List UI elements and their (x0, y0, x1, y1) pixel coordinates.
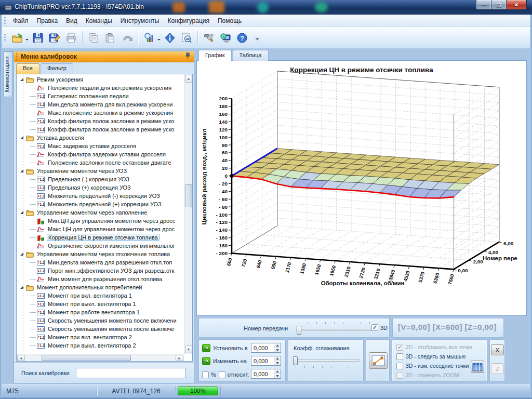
scroll-down-icon[interactable]: ▼ (185, 345, 192, 353)
tab-filter[interactable]: Фильтр (41, 63, 73, 74)
tree-horizontal-scrollbar[interactable]: ◄ ► (17, 354, 184, 361)
tree-item[interactable]: 1.2Мин.дельта момента для разрешения отк… (17, 258, 184, 267)
table-grid-button[interactable] (471, 361, 484, 373)
comments-side-tab[interactable]: Комментарии (3, 51, 13, 97)
spin-up-icon[interactable] (274, 343, 281, 348)
tree-item[interactable]: 1.2Коэфф.фильтра полож.заслонки в режиме… (17, 125, 184, 134)
scroll-right-icon[interactable]: ► (176, 355, 183, 361)
apply-set-button[interactable]: ➔ (202, 344, 210, 352)
close-button[interactable]: ✕ (507, 0, 527, 10)
x-axis-button[interactable]: X (491, 344, 504, 355)
tree-group[interactable]: Момент дополнительных потребителей (17, 283, 184, 291)
menu-item[interactable]: Инструменты (116, 16, 164, 26)
vertical-scroll-thumb[interactable] (185, 184, 192, 207)
spin-down-icon[interactable] (274, 361, 281, 366)
tab-all[interactable]: Все (16, 63, 39, 74)
tree-item[interactable]: 1.2Порог мин.эффективности УОЗ для разре… (17, 267, 184, 275)
open-button[interactable] (9, 30, 25, 46)
tree-item[interactable]: 1.2Скорость уменьшения момента после вык… (17, 325, 184, 333)
title-bar[interactable]: ChipTuningPRO ver.7.7.1.1193 - I574DA01.… (0, 0, 532, 15)
tree-item[interactable]: 1.2Скорость уменьшения момента после вкл… (17, 316, 184, 325)
scroll-left-icon[interactable]: ◄ (17, 355, 25, 361)
tree-item[interactable]: 1.2Предельная (-) коррекция УОЗ (17, 175, 184, 183)
option-2d-all-points[interactable]: ✓ 2D - отображать все точки (396, 343, 472, 351)
collapse-icon[interactable] (20, 252, 23, 256)
tree-group[interactable]: Управление моментом через УОЗ (17, 167, 184, 175)
properties-button[interactable] (162, 30, 178, 46)
scroll-up-icon[interactable]: ▲ (185, 75, 192, 83)
3d-checkbox[interactable]: ✓ 3D (371, 324, 388, 331)
relative-value-spinner[interactable]: 0,000 (251, 369, 281, 379)
apply-change-button[interactable]: ➔ (202, 357, 210, 365)
collapse-icon[interactable] (20, 78, 23, 81)
menu-item[interactable]: Правка (33, 16, 62, 26)
menu-item[interactable]: Помощь (214, 16, 246, 26)
set-value-spinner[interactable]: 0,000 (251, 343, 281, 353)
tree-item[interactable]: Макс.положение заслонки в режиме ускорен… (17, 109, 184, 117)
option-3d-follow-mouse[interactable]: 3D - следить за мышью (396, 352, 466, 361)
menu-item[interactable]: Команды (82, 16, 116, 26)
undo-button[interactable] (119, 30, 135, 46)
gear-slider[interactable] (296, 322, 375, 336)
tree-item[interactable]: Коэфф.фильтра задержки уставки дросселя (17, 150, 184, 158)
percent-checkbox[interactable]: % (202, 371, 216, 378)
slider-thumb[interactable] (297, 326, 301, 335)
tree-item[interactable]: 1.2Момент при вкл. вентилятора 2 (17, 333, 184, 341)
collapse-icon[interactable] (20, 286, 23, 289)
paste-button[interactable] (102, 30, 118, 46)
tree-group[interactable]: Уставка дросселя (17, 134, 184, 142)
spin-down-icon[interactable] (274, 348, 281, 353)
tree-item[interactable]: 1.2Гистерезис положения педали (17, 92, 184, 100)
menu-item[interactable]: Конфигурация (163, 16, 214, 26)
tree-item[interactable]: 1.2Момент при работе вентилятора 1 (17, 308, 184, 316)
slider-track[interactable] (292, 360, 360, 362)
pin-icon[interactable] (185, 52, 191, 61)
collapse-icon[interactable] (20, 169, 23, 172)
spin-up-icon[interactable] (274, 356, 281, 361)
tree-item[interactable]: 1.2Макс.задержка уставки дросселя (17, 142, 184, 150)
tree-group[interactable]: Управление моментом через наполнение (17, 208, 184, 217)
tree-item[interactable]: 1.2Момент при выкл. вентилятора 2 (17, 341, 184, 350)
surface-chart[interactable]: Коррекция ЦН в режиме отсечки топлива200… (197, 61, 526, 315)
tab-graph[interactable]: График (198, 50, 232, 61)
tree-item[interactable]: 1.2Коэфф.фильтра полож.заслонки в режиме… (17, 117, 184, 125)
web-update-button[interactable] (218, 30, 233, 46)
menu-item[interactable]: Вид (62, 16, 82, 26)
tree-item[interactable]: Положение заслонки после остановки двига… (17, 158, 184, 167)
tools-button[interactable] (201, 30, 217, 46)
tree-item[interactable]: Макс.ЦН для управления моментом через др… (17, 225, 184, 233)
tree-item[interactable]: Мин.момент для разрешения откл.топлива (17, 275, 184, 283)
tree-group[interactable]: Управление моментом через отключение топ… (17, 250, 184, 258)
tree-item[interactable]: 1.2Момент при вкл. вентилятора 1 (17, 291, 184, 300)
spin-up-icon[interactable] (274, 369, 281, 374)
collapse-icon[interactable] (20, 211, 23, 214)
help-button[interactable]: ? (234, 30, 250, 46)
save-button[interactable] (30, 30, 46, 46)
maximize-button[interactable]: ▢ (491, 0, 507, 10)
minimize-button[interactable]: — (476, 0, 491, 10)
tree-item[interactable]: 1.2Множитель предельной (+) коррекции УО… (17, 200, 184, 208)
tree-item[interactable]: 1.2Предельная (+) коррекция УОЗ (17, 183, 184, 192)
tree-item[interactable]: 1.2Момент при выкл. вентилятора 1 (17, 300, 184, 308)
tree-item[interactable]: 1.2Мин.дельта момента для вкл.режима уск… (17, 100, 184, 109)
tree-group[interactable]: Режим ускорения (17, 75, 184, 84)
smoothing-slider[interactable] (292, 356, 360, 371)
change-value-spinner[interactable]: 0,000 (251, 356, 281, 366)
spin-down-icon[interactable] (274, 374, 281, 379)
toolbar-overflow-button[interactable]: ▁▾ (254, 30, 261, 46)
horizontal-scroll-thumb[interactable] (42, 355, 131, 361)
chart-view-button[interactable] (141, 30, 157, 46)
relative-checkbox[interactable]: относит. (219, 371, 249, 378)
zoom-preview-button[interactable]: 100 (179, 30, 194, 46)
option-3d-adjacent-points[interactable]: 3D - изм. соседние точки (396, 362, 469, 370)
tree-item[interactable]: Мин.ЦН для управления моментом через дро… (17, 217, 184, 225)
tab-table[interactable]: Таблица (233, 50, 269, 61)
calibration-search-input[interactable] (76, 368, 186, 378)
tree-item-selected[interactable]: Коррекция ЦН в режиме отсечки топлива (17, 233, 184, 242)
save-as-button[interactable] (47, 30, 62, 46)
chart-view-dropdown-icon[interactable] (157, 39, 161, 42)
tree-item[interactable]: 1.2Множитель предельной (-) коррекции УО… (17, 192, 184, 200)
menu-item[interactable]: Файл (9, 16, 33, 26)
option-2d-cancel-zoom[interactable]: 2D - отменить ZOOM (396, 371, 459, 379)
curve-editor-button[interactable] (369, 352, 388, 369)
